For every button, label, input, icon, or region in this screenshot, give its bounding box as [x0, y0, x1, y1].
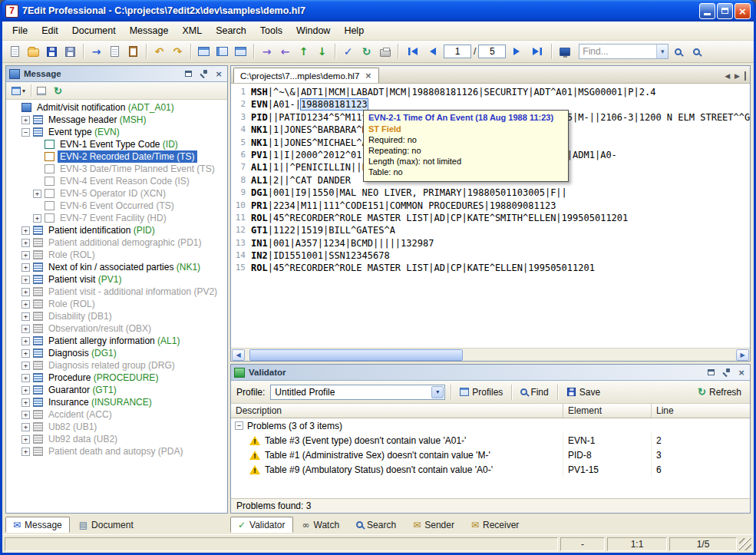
previous-tab-button[interactable]: ◀ [725, 72, 730, 80]
tree-item-pda-28[interactable]: +Patient death and autopsy (PDA) [6, 445, 227, 458]
next-tab-button[interactable]: ▶ [735, 72, 740, 80]
problems-group-row[interactable]: − Problems (3 of 3 items) [231, 418, 750, 433]
raw-view-button[interactable] [232, 43, 249, 60]
segment-view-button[interactable] [213, 43, 231, 60]
tree-item-hd-9[interactable]: +EVN-7 Event Facility (HD) [6, 212, 227, 224]
maximize-button[interactable] [717, 3, 733, 19]
column-line[interactable]: Line [652, 404, 750, 418]
tree-expander-icon[interactable]: + [21, 312, 30, 321]
profiles-button[interactable]: Profiles [457, 385, 506, 399]
validation-issue-row-3[interactable]: Table #9 (Ambulatory Status) doesn't con… [231, 462, 750, 477]
minimize-button[interactable] [699, 3, 715, 19]
collapse-all-button[interactable] [35, 84, 48, 97]
editor-line-9[interactable]: 9DG1|001|I9|1550|MAL NEO LIVER, PRIMARY|… [231, 187, 750, 199]
menu-search[interactable]: Search [209, 23, 253, 38]
tree-expander-icon[interactable]: + [21, 423, 30, 431]
tree-expander-icon[interactable]: + [21, 435, 30, 444]
tree-item-msh-1[interactable]: +Message header (MSH) [6, 114, 227, 126]
menu-message[interactable]: Message [123, 23, 176, 38]
panel-pin-button[interactable] [198, 68, 209, 79]
bottom-tab-message[interactable]: ✉Message [5, 517, 70, 533]
group-collapse-icon[interactable]: − [235, 421, 243, 430]
tree-item-acc-25[interactable]: +Accident (ACC) [6, 408, 227, 421]
menu-help[interactable]: Help [337, 23, 371, 38]
editor-line-15[interactable]: 15ROL|45^RECORDER^ROLE MASTER LIST|AD|CP… [231, 262, 750, 274]
current-message-input[interactable] [444, 45, 471, 58]
tree-item-ts-5[interactable]: EVN-3 Date/Time Planned Event (TS) [6, 163, 227, 175]
tree-expander-icon[interactable]: + [21, 251, 30, 259]
find-input[interactable] [579, 45, 656, 58]
resize-grip[interactable] [739, 538, 751, 550]
import-button[interactable]: → [87, 43, 105, 60]
first-message-button[interactable] [404, 43, 421, 60]
view-mode-button[interactable]: ▾ [9, 84, 28, 97]
editor-horizontal-scrollbar[interactable]: ◀ ▶ [231, 348, 750, 361]
panel-pin-button[interactable] [721, 367, 731, 378]
tree-item-evn-2[interactable]: −Event type (EVN) [6, 126, 227, 138]
new-document-button[interactable] [6, 43, 24, 60]
tree-item-insurance-24[interactable]: +Insurance (INSURANCE) [6, 396, 227, 408]
refresh-button[interactable]: ↻Refresh [695, 385, 744, 399]
tree-expander-icon[interactable]: + [33, 190, 41, 198]
menu-file[interactable]: File [5, 23, 35, 38]
combo-dropdown-icon[interactable]: ▾ [431, 386, 444, 398]
tree-item-ts-4[interactable]: EVN-2 Recorded Date/Time (TS) [6, 150, 227, 163]
panel-float-button[interactable] [183, 68, 193, 79]
open-document-button[interactable] [25, 43, 42, 60]
menu-tools[interactable]: Tools [253, 23, 289, 38]
tree-expander-icon[interactable]: + [21, 398, 30, 407]
send-message-button[interactable]: → [258, 43, 276, 60]
validation-issue-row-1[interactable]: Table #3 (Event type) doesn't contain va… [231, 433, 750, 448]
find-dropdown-icon[interactable]: ▾ [656, 45, 668, 58]
tree-expander-icon[interactable]: + [21, 374, 30, 382]
message-panel-header[interactable]: Message × [6, 66, 227, 82]
bottom-tab-watch[interactable]: ∞Watch [295, 517, 348, 533]
message-view-button[interactable] [195, 43, 213, 60]
tree-expander-icon[interactable]: + [21, 386, 30, 395]
tree-expander-icon[interactable]: + [21, 116, 30, 124]
tree-item-ub1-26[interactable]: +Ub82 (UB1) [6, 421, 227, 433]
menu-xml[interactable]: XML [175, 23, 209, 38]
upload-button[interactable]: ↑ [295, 43, 312, 60]
menu-window[interactable]: Window [289, 23, 337, 38]
copy-button[interactable] [106, 43, 124, 60]
tree-expander-icon[interactable]: + [21, 288, 30, 296]
tree-item-gt1-23[interactable]: +Guarantor (GT1) [6, 384, 227, 396]
editor-line-13[interactable]: 13IN1|001|A357|1234|BCMD|||||132987 [231, 237, 750, 249]
tree-item-ub2-27[interactable]: +Ub92 data (UB2) [6, 433, 227, 445]
tree-item-pv2-15[interactable]: +Patient visit - additional information … [6, 286, 227, 298]
panel-float-button[interactable] [705, 367, 716, 378]
find-button[interactable]: Find [517, 385, 551, 399]
tab-list-button[interactable] [744, 72, 746, 80]
tree-item-rol-12[interactable]: +Role (ROL) [6, 249, 227, 261]
scroll-right-button[interactable]: ▶ [736, 349, 749, 361]
hex-view-button[interactable] [556, 43, 573, 60]
editor-line-1[interactable]: 1MSH|^~\&|ADT1|MCM|LABADT|MCM|1988081811… [231, 86, 750, 98]
tree-expander-icon[interactable]: + [21, 239, 30, 247]
tree-item-pd1-11[interactable]: +Patient additional demographic (PD1) [6, 236, 227, 249]
panel-close-button[interactable]: × [736, 367, 747, 378]
print-button[interactable] [376, 43, 394, 60]
total-messages-input[interactable] [478, 45, 506, 58]
column-description[interactable]: Description [231, 404, 563, 418]
tree-item-adt_a01-0[interactable]: Admit/visit notification (ADT_A01) [6, 101, 227, 114]
tree-item-procedure-22[interactable]: +Procedure (PROCEDURE) [6, 372, 227, 384]
save-button[interactable] [43, 43, 61, 60]
title-bar[interactable]: 7 7Edit Professional - C:\projects\7edit… [2, 0, 754, 21]
last-message-button[interactable] [528, 43, 546, 60]
validate-button[interactable]: ✓ [339, 43, 357, 60]
refresh-tree-button[interactable]: ↻ [51, 84, 64, 97]
tree-item-rol-16[interactable]: +Role (ROL) [6, 298, 227, 310]
tree-expander-icon[interactable]: + [21, 411, 30, 419]
editor-tab[interactable]: C:\projects\7...mples\demo.hl7 × [233, 68, 379, 83]
tree-expander-icon[interactable]: + [21, 276, 30, 284]
transform-button[interactable]: ↻ [358, 43, 375, 60]
previous-message-button[interactable] [424, 43, 441, 60]
save-all-button[interactable] [61, 43, 79, 60]
scroll-left-button[interactable]: ◀ [232, 349, 245, 361]
hl7-editor[interactable]: 1MSH|^~\&|ADT1|MCM|LABADT|MCM|1988081811… [231, 84, 750, 348]
bottom-tab-validator[interactable]: ✓Validator [230, 517, 293, 533]
bottom-tab-search[interactable]: Search [348, 517, 404, 533]
editor-line-12[interactable]: 12GT1|1122|1519|BILL^GATES^A [231, 224, 750, 236]
tree-expander-icon[interactable]: + [21, 325, 30, 333]
